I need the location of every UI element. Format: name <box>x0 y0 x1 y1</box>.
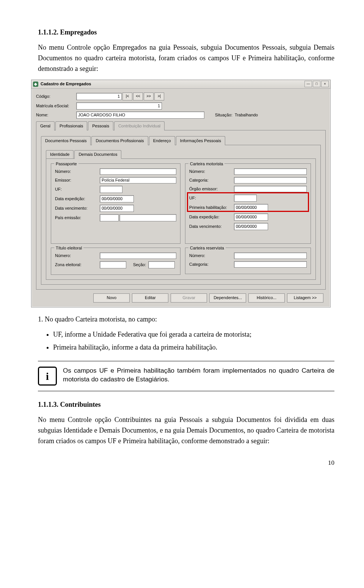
reservista-legend: Carteira reservista <box>188 245 226 251</box>
titulo-numero-label: Número: <box>55 252 100 259</box>
nome-input[interactable]: JOAO CARDOSO FILHO <box>76 111 204 119</box>
carteira-primhab-label: Primeira habilitação: <box>189 204 234 211</box>
carteira-legend: Carteira motorista <box>188 161 224 167</box>
situacao-label: Situação: <box>215 112 232 118</box>
passaporte-dataexp-label: Data expedição: <box>55 196 100 202</box>
group-carteira-motorista: Carteira motorista Número: Categoria: Ór… <box>185 163 311 244</box>
subtab-endereco[interactable]: Endereço <box>149 136 175 145</box>
page-number: 10 <box>38 458 334 468</box>
carteira-uf-input[interactable] <box>234 194 257 202</box>
carteira-uf-label: UF: <box>189 195 234 201</box>
carteira-dataexp-label: Data expedição: <box>189 214 234 220</box>
group-passaporte: Passaporte Número: Emissor:Polícia Feder… <box>51 163 180 244</box>
window-title: Cadastro de Empregados <box>41 81 304 87</box>
section-2-paragraph: No menu Controle opção Contribuintes na … <box>38 415 334 447</box>
highlighted-new-fields: UF: Primeira habilitação:00/00/0000 <box>188 193 308 211</box>
sub-tabs: Documentos Pessoais Documentos Profissio… <box>41 136 321 145</box>
historico-button[interactable]: Histórico... <box>248 293 285 303</box>
passaporte-datavenc-input[interactable]: 00/00/0000 <box>100 205 134 212</box>
codigo-label: Código: <box>36 93 76 100</box>
carteira-categoria-input[interactable] <box>234 177 307 183</box>
group-titulo-eleitoral: Título eleitoral Número: Zona eleitoral:… <box>51 248 180 275</box>
gravar-button: Gravar <box>171 293 207 303</box>
carteira-dataexp-input[interactable]: 00/00/0000 <box>234 213 268 221</box>
passaporte-legend: Passaporte <box>54 161 78 167</box>
passaporte-pais-name-input[interactable] <box>119 214 176 221</box>
app-icon: ◆ <box>33 82 38 87</box>
passaporte-emissor-input[interactable]: Polícia Federal <box>100 177 176 183</box>
passaporte-emissor-label: Emissor: <box>55 177 100 183</box>
carteira-orgao-input[interactable] <box>234 186 307 192</box>
titulo-zona-label: Zona eleitoral: <box>55 262 100 268</box>
nav-prev-button[interactable]: << <box>133 93 143 100</box>
carteira-categoria-label: Categoria: <box>189 177 234 183</box>
novo-button[interactable]: Novo <box>93 293 130 303</box>
titulo-secao-input[interactable] <box>148 261 175 268</box>
note-text: Os campos UF e Primeira habilitação tamb… <box>63 367 334 384</box>
passaporte-pais-label: País emissão: <box>55 215 100 221</box>
tab-profissionais[interactable]: Profissionais <box>55 121 87 130</box>
window-titlebar: ◆ Cadastro de Empregados — □ × <box>31 80 330 89</box>
list-intro: 1. No quadro Carteira motorista, no camp… <box>38 314 334 325</box>
carteira-numero-label: Número: <box>189 168 234 175</box>
carteira-primhab-input[interactable]: 00/00/0000 <box>234 204 268 211</box>
dependentes-button[interactable]: Dependentes... <box>209 293 246 303</box>
listagem-button[interactable]: Listagem >> <box>287 293 323 303</box>
minitab-identidade[interactable]: Identidade <box>46 150 74 159</box>
tab-contribuicao: Contribuição Individual <box>114 121 165 130</box>
info-icon: i <box>38 367 57 386</box>
passaporte-datavenc-label: Data vencimento: <box>55 205 100 212</box>
passaporte-uf-label: UF: <box>55 186 100 193</box>
footer-buttons: Novo Editar Gravar Dependentes... Histór… <box>36 290 326 304</box>
nav-next-button[interactable]: >> <box>144 93 154 100</box>
maximize-button[interactable]: □ <box>313 81 320 87</box>
tab-pessoais[interactable]: Pessoais <box>88 121 113 130</box>
close-button[interactable]: × <box>321 81 329 87</box>
passaporte-numero-input[interactable] <box>100 168 176 175</box>
reservista-categoria-label: Categoria: <box>189 261 234 268</box>
section-1-paragraph: No menu Controle opção Empregados na gui… <box>38 42 334 74</box>
reservista-numero-label: Número: <box>189 252 234 259</box>
list-item-primhab: Primeira habilitação, informe a data da … <box>53 342 334 353</box>
subtab-doc-profissionais[interactable]: Documentos Profissionais <box>91 136 148 145</box>
tab-geral[interactable]: Geral <box>36 121 55 130</box>
carteira-datavenc-input[interactable]: 00/00/0000 <box>234 223 268 230</box>
minimize-button[interactable]: — <box>304 81 312 87</box>
nav-first-button[interactable]: |< <box>122 93 132 100</box>
section-1-heading: 1.1.1.2. Empregados <box>38 27 334 38</box>
situacao-value: Trabalhando <box>235 112 258 118</box>
reservista-numero-input[interactable] <box>234 252 307 259</box>
passaporte-uf-input[interactable] <box>100 186 122 193</box>
codigo-input[interactable]: 1 <box>76 93 122 100</box>
editar-button[interactable]: Editar <box>132 293 168 303</box>
titulo-zona-input[interactable] <box>100 261 126 268</box>
matricula-label: Matrícula eSocial: <box>36 103 76 109</box>
section-2-heading: 1.1.1.3. Contribuintes <box>38 400 334 410</box>
subtab-info-pessoais[interactable]: Informações Pessoais <box>176 136 225 145</box>
passaporte-pais-code-input[interactable] <box>100 214 119 221</box>
passaporte-dataexp-input[interactable]: 00/00/0000 <box>100 195 134 202</box>
carteira-numero-input[interactable] <box>234 168 307 175</box>
titulo-secao-label: Seção: <box>133 262 146 268</box>
titulo-numero-input[interactable] <box>100 252 176 259</box>
main-tabs: Geral Profissionais Pessoais Contribuiçã… <box>36 121 326 130</box>
group-reservista: Carteira reservista Número: Categoria: <box>185 248 311 274</box>
reservista-categoria-input[interactable] <box>234 261 307 268</box>
carteira-orgao-label: Órgão emissor: <box>189 186 234 192</box>
titulo-legend: Título eleitoral <box>54 245 83 251</box>
mini-tabs: Identidade Demais Documentos <box>46 150 316 159</box>
subtab-doc-pessoais[interactable]: Documentos Pessoais <box>41 136 91 145</box>
carteira-datavenc-label: Data vencimento: <box>189 223 234 230</box>
list-item-uf: UF, informe a Unidade Federativa que foi… <box>53 329 334 340</box>
passaporte-numero-label: Número: <box>55 168 100 175</box>
minitab-demais-documentos[interactable]: Demais Documentos <box>74 150 121 159</box>
nav-last-button[interactable]: >| <box>154 93 164 100</box>
screenshot-cadastro-empregados: ◆ Cadastro de Empregados — □ × Código: 1… <box>31 80 331 307</box>
info-note: i Os campos UF e Primeira habilitação ta… <box>38 361 334 391</box>
matricula-input[interactable]: 1 <box>76 102 162 110</box>
nome-label: Nome: <box>36 112 76 118</box>
